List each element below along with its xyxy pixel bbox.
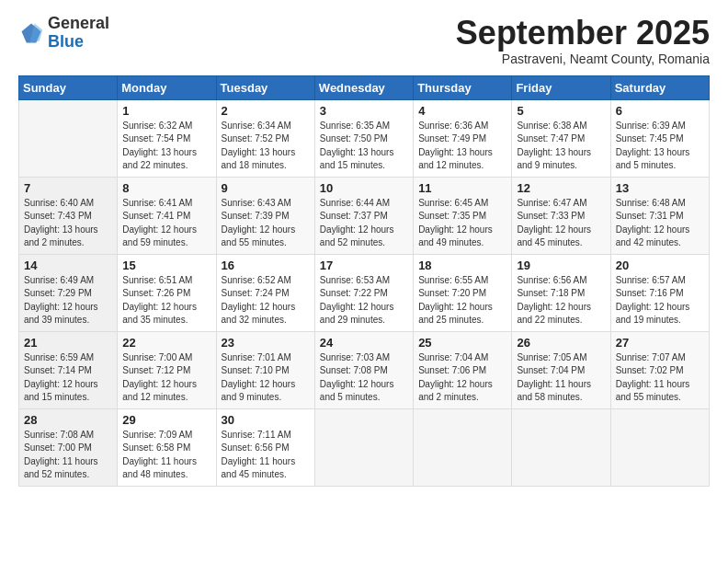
day-cell: 1Sunrise: 6:32 AM Sunset: 7:54 PM Daylig…: [118, 99, 216, 177]
day-info: Sunrise: 6:51 AM Sunset: 7:26 PM Dayligh…: [122, 274, 210, 327]
day-number: 1: [122, 104, 210, 118]
weekday-header-row: SundayMondayTuesdayWednesdayThursdayFrid…: [19, 75, 710, 99]
day-cell: 7Sunrise: 6:40 AM Sunset: 7:43 PM Daylig…: [19, 177, 118, 254]
day-info: Sunrise: 6:48 AM Sunset: 7:31 PM Dayligh…: [616, 197, 704, 250]
day-number: 28: [24, 413, 112, 427]
day-number: 11: [418, 181, 506, 195]
day-cell: 22Sunrise: 7:00 AM Sunset: 7:12 PM Dayli…: [118, 331, 216, 408]
weekday-sunday: Sunday: [19, 75, 118, 99]
day-number: 7: [24, 181, 112, 195]
day-cell: 4Sunrise: 6:36 AM Sunset: 7:49 PM Daylig…: [414, 99, 512, 177]
day-number: 21: [24, 336, 112, 350]
day-number: 20: [616, 259, 704, 272]
week-row-4: 28Sunrise: 7:08 AM Sunset: 7:00 PM Dayli…: [19, 408, 710, 486]
logo-general: General: [48, 14, 109, 32]
weekday-wednesday: Wednesday: [314, 75, 413, 99]
day-info: Sunrise: 7:05 AM Sunset: 7:04 PM Dayligh…: [517, 351, 605, 405]
calendar: SundayMondayTuesdayWednesdayThursdayFrid…: [18, 75, 710, 487]
day-info: Sunrise: 6:57 AM Sunset: 7:16 PM Dayligh…: [616, 274, 704, 327]
day-cell: 30Sunrise: 7:11 AM Sunset: 6:56 PM Dayli…: [216, 408, 314, 486]
logo: General Blue: [18, 15, 109, 52]
day-info: Sunrise: 6:36 AM Sunset: 7:49 PM Dayligh…: [418, 120, 506, 173]
day-number: 16: [222, 259, 310, 272]
day-info: Sunrise: 6:40 AM Sunset: 7:43 PM Dayligh…: [24, 197, 112, 250]
day-info: Sunrise: 6:39 AM Sunset: 7:45 PM Dayligh…: [616, 120, 704, 173]
day-cell: 26Sunrise: 7:05 AM Sunset: 7:04 PM Dayli…: [512, 331, 610, 408]
page: General Blue September 2025 Pastraveni, …: [0, 0, 728, 563]
day-info: Sunrise: 6:53 AM Sunset: 7:22 PM Dayligh…: [320, 274, 408, 327]
day-cell: 13Sunrise: 6:48 AM Sunset: 7:31 PM Dayli…: [610, 177, 709, 254]
day-number: 17: [320, 259, 408, 272]
day-cell: [414, 408, 512, 486]
day-cell: [512, 408, 610, 486]
day-number: 23: [222, 336, 310, 350]
day-info: Sunrise: 7:09 AM Sunset: 6:58 PM Dayligh…: [122, 429, 210, 482]
day-info: Sunrise: 7:08 AM Sunset: 7:00 PM Dayligh…: [24, 429, 112, 482]
day-cell: 3Sunrise: 6:35 AM Sunset: 7:50 PM Daylig…: [314, 99, 413, 177]
week-row-0: 1Sunrise: 6:32 AM Sunset: 7:54 PM Daylig…: [19, 99, 710, 177]
weekday-tuesday: Tuesday: [216, 75, 314, 99]
day-number: 9: [222, 181, 310, 195]
title-block: September 2025 Pastraveni, Neamt County,…: [456, 15, 710, 66]
day-number: 4: [418, 104, 506, 118]
day-cell: 27Sunrise: 7:07 AM Sunset: 7:02 PM Dayli…: [610, 331, 709, 408]
day-cell: 5Sunrise: 6:38 AM Sunset: 7:47 PM Daylig…: [512, 99, 610, 177]
day-cell: 21Sunrise: 6:59 AM Sunset: 7:14 PM Dayli…: [19, 331, 118, 408]
day-number: 13: [616, 181, 704, 195]
logo-icon: [18, 20, 44, 46]
weekday-saturday: Saturday: [610, 75, 709, 99]
week-row-2: 14Sunrise: 6:49 AM Sunset: 7:29 PM Dayli…: [19, 254, 710, 331]
day-number: 29: [122, 413, 210, 427]
day-number: 18: [418, 259, 506, 272]
day-info: Sunrise: 6:47 AM Sunset: 7:33 PM Dayligh…: [517, 197, 605, 250]
day-cell: [19, 99, 118, 177]
day-cell: 25Sunrise: 7:04 AM Sunset: 7:06 PM Dayli…: [414, 331, 512, 408]
day-number: 25: [418, 336, 506, 350]
day-cell: 12Sunrise: 6:47 AM Sunset: 7:33 PM Dayli…: [512, 177, 610, 254]
day-info: Sunrise: 7:01 AM Sunset: 7:10 PM Dayligh…: [222, 351, 310, 405]
day-number: 27: [616, 336, 704, 350]
day-cell: 28Sunrise: 7:08 AM Sunset: 7:00 PM Dayli…: [19, 408, 118, 486]
week-row-1: 7Sunrise: 6:40 AM Sunset: 7:43 PM Daylig…: [19, 177, 710, 254]
day-number: 5: [517, 104, 605, 118]
day-info: Sunrise: 6:45 AM Sunset: 7:35 PM Dayligh…: [418, 197, 506, 250]
day-number: 15: [122, 259, 210, 272]
day-cell: 10Sunrise: 6:44 AM Sunset: 7:37 PM Dayli…: [314, 177, 413, 254]
day-number: 26: [517, 336, 605, 350]
day-info: Sunrise: 7:04 AM Sunset: 7:06 PM Dayligh…: [418, 351, 506, 405]
day-info: Sunrise: 6:32 AM Sunset: 7:54 PM Dayligh…: [122, 120, 210, 173]
day-cell: [314, 408, 413, 486]
day-info: Sunrise: 6:56 AM Sunset: 7:18 PM Dayligh…: [517, 274, 605, 327]
day-info: Sunrise: 6:43 AM Sunset: 7:39 PM Dayligh…: [222, 197, 310, 250]
day-cell: 8Sunrise: 6:41 AM Sunset: 7:41 PM Daylig…: [118, 177, 216, 254]
day-cell: 24Sunrise: 7:03 AM Sunset: 7:08 PM Dayli…: [314, 331, 413, 408]
header: General Blue September 2025 Pastraveni, …: [18, 15, 710, 66]
day-cell: 6Sunrise: 6:39 AM Sunset: 7:45 PM Daylig…: [610, 99, 709, 177]
day-number: 19: [517, 259, 605, 272]
day-number: 8: [122, 181, 210, 195]
weekday-friday: Friday: [512, 75, 610, 99]
day-info: Sunrise: 7:00 AM Sunset: 7:12 PM Dayligh…: [122, 351, 210, 405]
day-cell: [610, 408, 709, 486]
day-cell: 18Sunrise: 6:55 AM Sunset: 7:20 PM Dayli…: [414, 254, 512, 331]
day-number: 12: [517, 181, 605, 195]
day-info: Sunrise: 7:03 AM Sunset: 7:08 PM Dayligh…: [320, 351, 408, 405]
day-cell: 2Sunrise: 6:34 AM Sunset: 7:52 PM Daylig…: [216, 99, 314, 177]
day-number: 3: [320, 104, 408, 118]
day-cell: 19Sunrise: 6:56 AM Sunset: 7:18 PM Dayli…: [512, 254, 610, 331]
day-info: Sunrise: 6:59 AM Sunset: 7:14 PM Dayligh…: [24, 351, 112, 405]
day-info: Sunrise: 6:52 AM Sunset: 7:24 PM Dayligh…: [222, 274, 310, 327]
day-info: Sunrise: 6:34 AM Sunset: 7:52 PM Dayligh…: [222, 120, 310, 173]
day-number: 6: [616, 104, 704, 118]
day-number: 10: [320, 181, 408, 195]
weekday-monday: Monday: [118, 75, 216, 99]
month-title: September 2025: [456, 15, 710, 52]
day-number: 22: [122, 336, 210, 350]
day-info: Sunrise: 6:41 AM Sunset: 7:41 PM Dayligh…: [122, 197, 210, 250]
day-info: Sunrise: 6:55 AM Sunset: 7:20 PM Dayligh…: [418, 274, 506, 327]
day-cell: 17Sunrise: 6:53 AM Sunset: 7:22 PM Dayli…: [314, 254, 413, 331]
logo-blue: Blue: [48, 32, 84, 51]
day-cell: 14Sunrise: 6:49 AM Sunset: 7:29 PM Dayli…: [19, 254, 118, 331]
day-number: 2: [222, 104, 310, 118]
day-cell: 29Sunrise: 7:09 AM Sunset: 6:58 PM Dayli…: [118, 408, 216, 486]
